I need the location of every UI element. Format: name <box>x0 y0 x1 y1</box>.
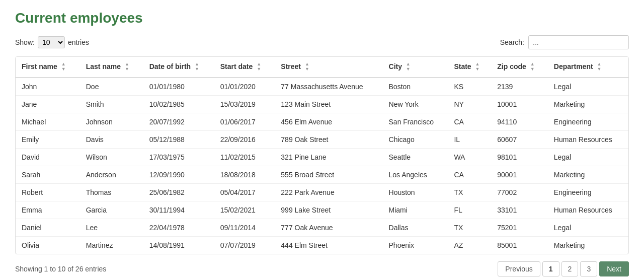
cell-start_date: 11/02/2015 <box>214 148 275 166</box>
cell-dob: 25/06/1982 <box>143 183 214 201</box>
cell-start_date: 07/07/2019 <box>214 236 275 254</box>
cell-first_name: Sarah <box>16 166 80 183</box>
cell-first_name: Robert <box>16 183 80 201</box>
col-first-name[interactable]: First name ▲▼ <box>16 57 80 78</box>
sort-dob-icon: ▲▼ <box>195 62 199 72</box>
page-1-button[interactable]: 1 <box>542 261 559 276</box>
table-row: JohnDoe01/01/198001/01/202077 Massachuse… <box>16 78 628 96</box>
page-2-button[interactable]: 2 <box>561 261 579 276</box>
col-zip[interactable]: Zip code ▲▼ <box>491 57 548 78</box>
cell-start_date: 01/01/2020 <box>214 78 275 96</box>
cell-zip_code: 2139 <box>491 78 548 96</box>
cell-state: NY <box>448 95 491 113</box>
cell-street: 999 Lake Street <box>275 201 382 219</box>
cell-dob: 22/04/1978 <box>143 219 214 236</box>
cell-state: IL <box>448 130 491 148</box>
cell-department: Marketing <box>548 166 628 183</box>
cell-department: Legal <box>548 219 628 236</box>
sort-start-date-icon: ▲▼ <box>257 62 261 72</box>
table-row: MichaelJohnson20/07/199201/06/2017456 El… <box>16 113 628 130</box>
cell-zip_code: 94110 <box>491 113 548 130</box>
table-row: SarahAnderson12/09/199018/08/2018555 Bro… <box>16 166 628 183</box>
cell-state: CA <box>448 166 491 183</box>
col-last-name[interactable]: Last name ▲▼ <box>80 57 143 78</box>
cell-city: San Francisco <box>383 113 448 130</box>
cell-department: Engineering <box>548 183 628 201</box>
col-city[interactable]: City ▲▼ <box>383 57 448 78</box>
cell-street: 123 Main Street <box>275 95 382 113</box>
showing-info: Showing 1 to 10 of 26 entries <box>15 265 106 273</box>
cell-dob: 30/11/1994 <box>143 201 214 219</box>
sort-zip-icon: ▲▼ <box>530 62 535 72</box>
col-department[interactable]: Department ▲▼ <box>548 57 628 78</box>
cell-city: Chicago <box>383 130 448 148</box>
cell-last_name: Johnson <box>80 113 143 130</box>
cell-last_name: Wilson <box>80 148 143 166</box>
cell-dob: 17/03/1975 <box>143 148 214 166</box>
cell-street: 555 Broad Street <box>275 166 382 183</box>
cell-first_name: Emma <box>16 201 80 219</box>
sort-city-icon: ▲▼ <box>406 62 411 72</box>
cell-city: Houston <box>383 183 448 201</box>
cell-state: FL <box>448 201 491 219</box>
cell-zip_code: 98101 <box>491 148 548 166</box>
cell-city: Phoenix <box>383 236 448 254</box>
search-input[interactable] <box>528 35 629 49</box>
search-box: Search: <box>500 35 629 49</box>
cell-first_name: Jane <box>16 95 80 113</box>
cell-state: CA <box>448 113 491 130</box>
page-title: Current employees <box>15 10 629 26</box>
search-label: Search: <box>500 38 524 46</box>
table-row: DanielLee22/04/197809/11/2014777 Oak Ave… <box>16 219 628 236</box>
cell-zip_code: 90001 <box>491 166 548 183</box>
employees-table: First name ▲▼ Last name ▲▼ Date of birth… <box>16 57 628 254</box>
cell-state: WA <box>448 148 491 166</box>
cell-last_name: Anderson <box>80 166 143 183</box>
cell-street: 321 Pine Lane <box>275 148 382 166</box>
cell-street: 444 Elm Street <box>275 236 382 254</box>
cell-state: AZ <box>448 236 491 254</box>
cell-zip_code: 85001 <box>491 236 548 254</box>
cell-zip_code: 75201 <box>491 219 548 236</box>
cell-last_name: Lee <box>80 219 143 236</box>
cell-last_name: Doe <box>80 78 143 96</box>
cell-first_name: Olivia <box>16 236 80 254</box>
cell-last_name: Smith <box>80 95 143 113</box>
sort-department-icon: ▲▼ <box>597 62 602 72</box>
cell-state: TX <box>448 183 491 201</box>
cell-start_date: 18/08/2018 <box>214 166 275 183</box>
cell-zip_code: 33101 <box>491 201 548 219</box>
cell-first_name: David <box>16 148 80 166</box>
cell-street: 77 Massachusetts Avenue <box>275 78 382 96</box>
cell-last_name: Garcia <box>80 201 143 219</box>
cell-dob: 20/07/1992 <box>143 113 214 130</box>
previous-button[interactable]: Previous <box>498 261 540 276</box>
cell-city: Seattle <box>383 148 448 166</box>
cell-zip_code: 10001 <box>491 95 548 113</box>
page-3-button[interactable]: 3 <box>580 261 597 276</box>
entries-select[interactable]: 10 25 50 100 <box>38 36 65 48</box>
col-dob[interactable]: Date of birth ▲▼ <box>143 57 214 78</box>
cell-street: 222 Park Avenue <box>275 183 382 201</box>
next-button[interactable]: Next <box>599 261 629 276</box>
cell-department: Human Resources <box>548 201 628 219</box>
table-row: EmmaGarcia30/11/199415/02/2021999 Lake S… <box>16 201 628 219</box>
sort-last-name-icon: ▲▼ <box>125 62 129 72</box>
employees-table-container: First name ▲▼ Last name ▲▼ Date of birth… <box>15 56 629 254</box>
cell-dob: 12/09/1990 <box>143 166 214 183</box>
col-street[interactable]: Street ▲▼ <box>275 57 382 78</box>
col-state[interactable]: State ▲▼ <box>448 57 491 78</box>
cell-dob: 05/12/1988 <box>143 130 214 148</box>
col-start-date[interactable]: Start date ▲▼ <box>214 57 275 78</box>
pagination: Previous 1 2 3 Next <box>498 261 629 276</box>
cell-dob: 10/02/1985 <box>143 95 214 113</box>
cell-first_name: Emily <box>16 130 80 148</box>
cell-last_name: Martinez <box>80 236 143 254</box>
cell-department: Engineering <box>548 113 628 130</box>
cell-first_name: Daniel <box>16 219 80 236</box>
cell-dob: 14/08/1991 <box>143 236 214 254</box>
show-entries-control: Show: 10 25 50 100 entries <box>15 36 89 48</box>
cell-start_date: 15/02/2021 <box>214 201 275 219</box>
table-row: DavidWilson17/03/197511/02/2015321 Pine … <box>16 148 628 166</box>
table-row: EmilyDavis05/12/198822/09/2016789 Oak St… <box>16 130 628 148</box>
